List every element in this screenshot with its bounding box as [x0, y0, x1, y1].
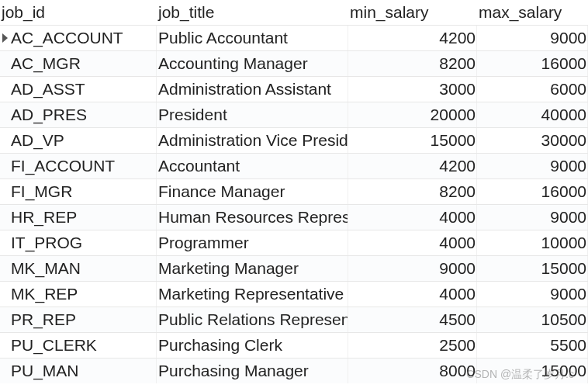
cell-job-title[interactable]: Purchasing Clerk: [157, 333, 348, 358]
cell-min-salary[interactable]: 4000: [348, 230, 477, 255]
cell-job-id[interactable]: MK_MAN: [9, 256, 157, 281]
cell-min-salary[interactable]: 2500: [348, 333, 477, 358]
cell-job-title[interactable]: Administration Vice President: [157, 128, 348, 153]
cell-job-id[interactable]: AD_VP: [9, 128, 157, 153]
cell-job-title[interactable]: Programmer: [157, 230, 348, 255]
cell-max-salary[interactable]: 40000: [477, 102, 588, 127]
cell-job-id[interactable]: AD_PRES: [9, 102, 157, 127]
cell-max-salary[interactable]: 9000: [477, 26, 588, 50]
table-row[interactable]: MK_MANMarketing Manager900015000: [0, 255, 588, 281]
cell-job-title[interactable]: Public Accountant: [157, 26, 348, 50]
cell-job-title[interactable]: Human Resources Representative: [157, 205, 348, 230]
table-row[interactable]: PU_MANPurchasing Manager800015000: [0, 358, 588, 383]
row-indicator: [0, 33, 9, 43]
cell-max-salary[interactable]: 9000: [477, 154, 588, 178]
table-row[interactable]: AC_MGRAccounting Manager820016000: [0, 50, 588, 76]
cell-job-id[interactable]: PU_CLERK: [9, 333, 157, 358]
cell-max-salary[interactable]: 15000: [477, 359, 588, 383]
column-header-job-title[interactable]: job_title: [157, 3, 348, 22]
table-row[interactable]: HR_REPHuman Resources Representative4000…: [0, 204, 588, 230]
column-header-max-salary[interactable]: max_salary: [477, 3, 588, 22]
current-row-arrow-icon: [2, 33, 8, 43]
cell-min-salary[interactable]: 9000: [348, 256, 477, 281]
cell-job-id[interactable]: PR_REP: [9, 307, 157, 332]
table-row[interactable]: AD_VPAdministration Vice President150003…: [0, 127, 588, 153]
cell-job-title[interactable]: Accounting Manager: [157, 51, 348, 76]
cell-job-id[interactable]: AC_ACCOUNT: [9, 26, 157, 50]
table-row[interactable]: IT_PROGProgrammer400010000: [0, 230, 588, 255]
cell-job-id[interactable]: PU_MAN: [9, 359, 157, 383]
cell-min-salary[interactable]: 8200: [348, 51, 477, 76]
cell-min-salary[interactable]: 15000: [348, 128, 477, 153]
table-row[interactable]: MK_REPMarketing Representative40009000: [0, 281, 588, 307]
table-row[interactable]: PU_CLERKPurchasing Clerk25005500: [0, 332, 588, 358]
cell-job-title[interactable]: Marketing Representative: [157, 282, 348, 307]
cell-job-title[interactable]: Purchasing Manager: [157, 359, 348, 383]
cell-max-salary[interactable]: 10500: [477, 307, 588, 332]
cell-job-id[interactable]: FI_ACCOUNT: [9, 154, 157, 178]
cell-min-salary[interactable]: 4200: [348, 26, 477, 50]
cell-min-salary[interactable]: 8200: [348, 179, 477, 204]
cell-min-salary[interactable]: 4500: [348, 307, 477, 332]
cell-min-salary[interactable]: 4000: [348, 205, 477, 230]
cell-job-id[interactable]: HR_REP: [9, 205, 157, 230]
cell-min-salary[interactable]: 4000: [348, 282, 477, 307]
cell-max-salary[interactable]: 6000: [477, 77, 588, 102]
cell-job-id[interactable]: FI_MGR: [9, 179, 157, 204]
table-header-row: job_id job_title min_salary max_salary: [0, 0, 588, 25]
cell-max-salary[interactable]: 10000: [477, 230, 588, 255]
column-header-min-salary[interactable]: min_salary: [348, 3, 477, 22]
jobs-table[interactable]: job_id job_title min_salary max_salary A…: [0, 0, 588, 383]
table-row[interactable]: FI_MGRFinance Manager820016000: [0, 178, 588, 204]
cell-min-salary[interactable]: 4200: [348, 154, 477, 178]
table-row[interactable]: AC_ACCOUNTPublic Accountant42009000: [0, 25, 588, 50]
column-header-job-id[interactable]: job_id: [0, 3, 157, 22]
cell-max-salary[interactable]: 30000: [477, 128, 588, 153]
cell-max-salary[interactable]: 9000: [477, 282, 588, 307]
cell-max-salary[interactable]: 5500: [477, 333, 588, 358]
cell-job-id[interactable]: MK_REP: [9, 282, 157, 307]
cell-max-salary[interactable]: 16000: [477, 51, 588, 76]
cell-job-title[interactable]: President: [157, 102, 348, 127]
cell-min-salary[interactable]: 3000: [348, 77, 477, 102]
cell-job-title[interactable]: Administration Assistant: [157, 77, 348, 102]
table-row[interactable]: FI_ACCOUNTAccountant42009000: [0, 153, 588, 178]
cell-max-salary[interactable]: 16000: [477, 179, 588, 204]
cell-min-salary[interactable]: 20000: [348, 102, 477, 127]
cell-job-title[interactable]: Finance Manager: [157, 179, 348, 204]
cell-job-id[interactable]: AC_MGR: [9, 51, 157, 76]
cell-job-id[interactable]: IT_PROG: [9, 230, 157, 255]
cell-job-title[interactable]: Accountant: [157, 154, 348, 178]
cell-job-title[interactable]: Marketing Manager: [157, 256, 348, 281]
cell-job-title[interactable]: Public Relations Representative: [157, 307, 348, 332]
table-row[interactable]: PR_REPPublic Relations Representative450…: [0, 307, 588, 332]
cell-max-salary[interactable]: 15000: [477, 256, 588, 281]
cell-job-id[interactable]: AD_ASST: [9, 77, 157, 102]
table-row[interactable]: AD_ASSTAdministration Assistant30006000: [0, 76, 588, 102]
cell-min-salary[interactable]: 8000: [348, 359, 477, 383]
table-row[interactable]: AD_PRESPresident2000040000: [0, 102, 588, 127]
cell-max-salary[interactable]: 9000: [477, 205, 588, 230]
